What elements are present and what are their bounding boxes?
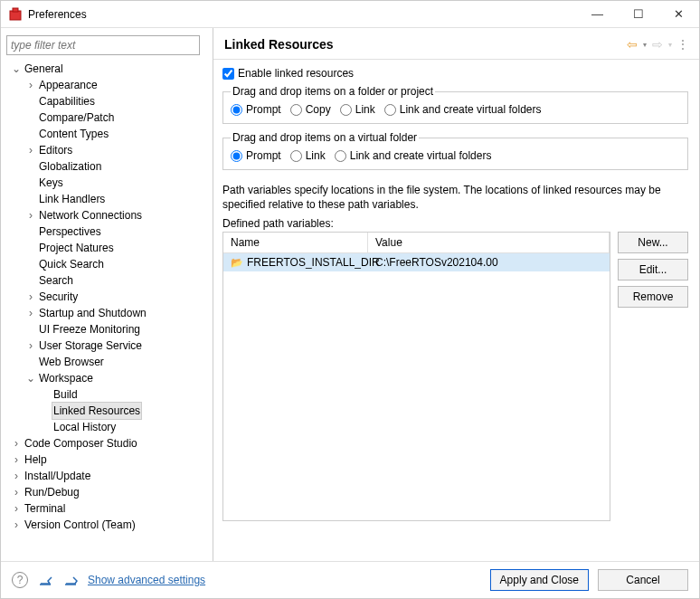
tree-item[interactable]: Search — [6, 272, 207, 289]
chevron-right-icon[interactable]: › — [24, 305, 37, 321]
radio-input[interactable] — [231, 150, 242, 162]
chevron-right-icon[interactable]: › — [10, 468, 23, 484]
enable-linked-resources-checkbox[interactable]: Enable linked resources — [222, 67, 688, 80]
radio-option[interactable]: Link and create virtual folders — [335, 149, 492, 162]
tree-item[interactable]: ›Terminal — [6, 500, 207, 517]
group1-radios: PromptCopyLinkLink and create virtual fo… — [231, 103, 680, 116]
maximize-button[interactable]: ☐ — [618, 1, 658, 28]
edit-button[interactable]: Edit... — [618, 259, 688, 280]
tree-item[interactable]: Capabilities — [6, 93, 207, 109]
tree-item[interactable]: Keys — [6, 175, 207, 191]
tree-item[interactable]: Local History — [6, 419, 207, 435]
chevron-right-icon[interactable]: › — [24, 142, 37, 158]
table-body: 📂FREERTOS_INSTALL_DIRC:\FreeRTOSv202104.… — [223, 253, 610, 520]
cancel-button[interactable]: Cancel — [598, 569, 688, 591]
tree-item[interactable]: Link Handlers — [6, 191, 207, 207]
tree-item-label: Version Control (Team) — [23, 517, 137, 533]
chevron-right-icon[interactable]: › — [10, 484, 23, 500]
tree-item[interactable]: Project Natures — [6, 240, 207, 256]
radio-option[interactable]: Link — [340, 103, 375, 116]
tree-item[interactable]: Perspectives — [6, 223, 207, 240]
tree-item[interactable]: Build — [6, 386, 207, 403]
tree-item[interactable]: UI Freeze Monitoring — [6, 321, 207, 338]
page-title: Linked Resources — [224, 37, 627, 52]
chevron-right-icon[interactable]: › — [10, 517, 23, 533]
back-icon[interactable]: ⇦ — [627, 37, 638, 52]
svg-rect-1 — [13, 8, 18, 12]
radio-label: Link — [355, 103, 375, 116]
radio-input[interactable] — [231, 104, 242, 116]
import-icon[interactable] — [39, 573, 53, 588]
chevron-down-icon[interactable]: ⌄ — [10, 61, 23, 77]
back-dropdown-icon[interactable]: ▾ — [643, 41, 647, 49]
radio-input[interactable] — [384, 104, 396, 116]
filter-input[interactable] — [6, 35, 200, 55]
page-header: Linked Resources ⇦ ▾ ⇨ ▾ ⋮ — [213, 28, 699, 60]
tree-item[interactable]: ›Network Connections — [6, 207, 207, 223]
table-row[interactable]: 📂FREERTOS_INSTALL_DIRC:\FreeRTOSv202104.… — [223, 253, 610, 271]
radio-option[interactable]: Prompt — [231, 103, 281, 116]
chevron-right-icon[interactable]: › — [24, 289, 37, 305]
content-panel: Linked Resources ⇦ ▾ ⇨ ▾ ⋮ Enable linked… — [213, 28, 699, 561]
column-header-name[interactable]: Name — [223, 233, 368, 252]
forward-icon[interactable]: ⇨ — [652, 37, 663, 52]
tree-item[interactable]: ›User Storage Service — [6, 338, 207, 354]
tree-item[interactable]: ›Version Control (Team) — [6, 517, 207, 533]
tree-item[interactable]: Content Types — [6, 126, 207, 142]
enable-checkbox-input[interactable] — [222, 68, 234, 80]
help-icon[interactable]: ? — [12, 572, 28, 588]
radio-option[interactable]: Prompt — [231, 149, 281, 162]
tree-item[interactable]: ›Editors — [6, 142, 207, 158]
tree-item[interactable]: ›Run/Debug — [6, 484, 207, 500]
main-area: ⌄General›AppearanceCapabilitiesCompare/P… — [1, 28, 699, 561]
chevron-right-icon[interactable]: › — [10, 500, 23, 517]
radio-option[interactable]: Link — [290, 149, 326, 162]
radio-label: Copy — [306, 103, 331, 116]
path-variables-table[interactable]: Name Value 📂FREERTOS_INSTALL_DIRC:\FreeR… — [222, 232, 610, 521]
fwd-dropdown-icon[interactable]: ▾ — [668, 41, 672, 49]
tree-item[interactable]: ›Code Composer Studio — [6, 435, 207, 452]
tree-item[interactable]: ⌄General — [6, 61, 207, 77]
chevron-down-icon[interactable]: ⌄ — [24, 370, 37, 386]
tree-item[interactable]: Compare/Patch — [6, 109, 207, 126]
window-title: Preferences — [28, 8, 577, 21]
radio-input[interactable] — [290, 150, 302, 162]
tree-item-label: Network Connections — [37, 207, 144, 223]
header-nav: ⇦ ▾ ⇨ ▾ ⋮ — [627, 37, 688, 52]
chevron-right-icon[interactable]: › — [10, 435, 23, 452]
radio-input[interactable] — [340, 104, 352, 116]
group2-radios: PromptLinkLink and create virtual folder… — [231, 149, 680, 162]
radio-option[interactable]: Link and create virtual folders — [384, 103, 542, 116]
tree-item[interactable]: ›Install/Update — [6, 468, 207, 484]
radio-input[interactable] — [290, 104, 302, 116]
tree-item-label: UI Freeze Monitoring — [37, 321, 142, 338]
tree-item[interactable]: Quick Search — [6, 256, 207, 272]
view-menu-icon[interactable]: ⋮ — [677, 38, 688, 51]
radio-input[interactable] — [335, 150, 346, 162]
tree-item[interactable]: Globalization — [6, 158, 207, 175]
preferences-tree[interactable]: ⌄General›AppearanceCapabilitiesCompare/P… — [6, 61, 207, 554]
close-button[interactable]: ✕ — [658, 1, 699, 28]
tree-item[interactable]: Web Browser — [6, 354, 207, 370]
new-button[interactable]: New... — [618, 232, 688, 253]
tree-item[interactable]: ⌄Workspace — [6, 370, 207, 386]
tree-item[interactable]: ›Appearance — [6, 77, 207, 93]
chevron-right-icon[interactable]: › — [24, 338, 37, 354]
tree-item[interactable]: ›Security — [6, 289, 207, 305]
radio-option[interactable]: Copy — [290, 103, 331, 116]
chevron-right-icon[interactable]: › — [24, 207, 37, 223]
tree-item-label: Web Browser — [37, 354, 106, 370]
tree-item[interactable]: Linked Resources — [6, 403, 207, 419]
tree-item-label: Install/Update — [23, 468, 92, 484]
tree-item[interactable]: ›Help — [6, 452, 207, 468]
tree-item-label: Local History — [52, 419, 118, 435]
tree-item[interactable]: ›Startup and Shutdown — [6, 305, 207, 321]
chevron-right-icon[interactable]: › — [10, 452, 23, 468]
remove-button[interactable]: Remove — [618, 286, 688, 308]
minimize-button[interactable]: — — [577, 1, 618, 28]
export-icon[interactable] — [64, 573, 79, 588]
column-header-value[interactable]: Value — [368, 233, 610, 252]
show-advanced-settings-link[interactable]: Show advanced settings — [88, 574, 205, 586]
chevron-right-icon[interactable]: › — [24, 77, 37, 93]
apply-and-close-button[interactable]: Apply and Close — [490, 569, 589, 591]
